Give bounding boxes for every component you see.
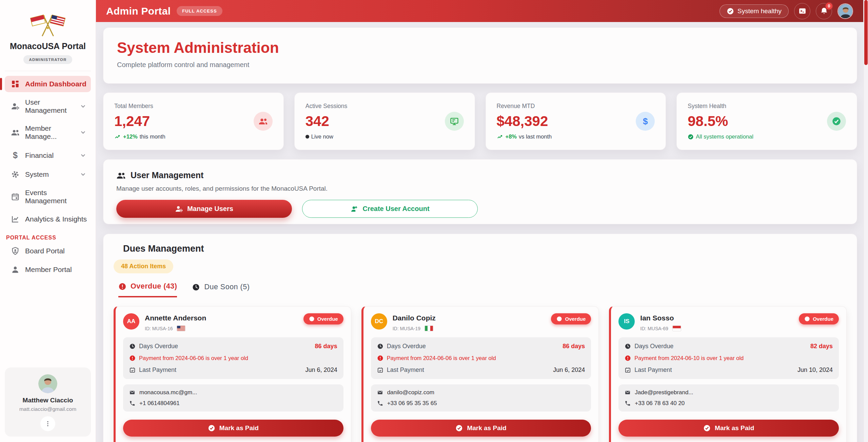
- sidebar-item-financial[interactable]: $ Financial: [5, 147, 91, 164]
- sidebar-item-events-management[interactable]: Events Management: [5, 185, 91, 209]
- role-badge: ADMINISTRATOR: [23, 55, 72, 64]
- alert-circle-icon: [556, 316, 562, 322]
- system-status-label: System healthy: [737, 7, 782, 15]
- trend-note: vs last month: [519, 133, 552, 140]
- contact-box: monacousa.mc@gm... +1 0614804961: [123, 384, 343, 412]
- member-header: IS Ian Sosso ID: MUSA-69 Overdue: [618, 313, 839, 331]
- member-avatar: AA: [123, 313, 139, 330]
- check-circle-icon: [727, 7, 734, 15]
- member-avatar: IS: [618, 313, 635, 330]
- chevron-down-icon: [79, 152, 87, 159]
- topbar-actions: System healthy 0: [719, 3, 853, 19]
- admin-portal-app: MonacoUSA Portal ADMINISTRATOR Admin Das…: [0, 0, 868, 442]
- button-label: Manage Users: [187, 205, 233, 213]
- vertical-scrollbar[interactable]: [863, 0, 868, 442]
- stat-trend: +12% this month: [114, 133, 165, 140]
- stats-row: Total Members 1,247 +12% this month: [103, 92, 857, 150]
- member-name: Danilo Copiz: [393, 314, 436, 322]
- sidebar-item-label: Analytics & Insights: [25, 215, 87, 223]
- member-id: ID: MUSA-19: [393, 326, 420, 331]
- sidebar-item-label: Events Management: [25, 189, 87, 205]
- mark-as-paid-button[interactable]: Mark as Paid: [123, 420, 343, 437]
- check-circle-icon: [703, 424, 711, 432]
- content-scroll-area[interactable]: System Administration Complete platform …: [96, 22, 868, 442]
- member-email: danilo@copiz.com: [387, 389, 434, 396]
- sidebar-item-label: Financial: [25, 151, 54, 160]
- users-icon: [116, 171, 126, 180]
- user-avatar: [38, 374, 57, 393]
- last-payment-label: Last Payment: [139, 366, 176, 374]
- badge-label: Overdue: [565, 316, 586, 322]
- user-options-button[interactable]: [40, 416, 55, 431]
- dues-tabs: Overdue (43) Due Soon (5): [114, 282, 847, 297]
- manage-users-button[interactable]: Manage Users: [116, 200, 292, 218]
- payment-warning: Payment from 2024-06-10 is over 1 year o…: [634, 355, 744, 361]
- days-overdue-value: 86 days: [563, 343, 585, 350]
- sidebar-menu: Admin Dashboard User Management Member M…: [5, 76, 91, 227]
- member-phone: +33 06 95 35 35 65: [387, 400, 437, 407]
- sidebar-item-admin-dashboard[interactable]: Admin Dashboard: [5, 76, 91, 92]
- alert-circle-icon: [309, 316, 315, 322]
- sidebar-item-member-management[interactable]: Member Manage...: [5, 121, 91, 144]
- stat-trend: +8% vs last month: [497, 133, 552, 140]
- tab-overdue[interactable]: Overdue (43): [118, 282, 177, 297]
- mark-as-paid-button[interactable]: Mark as Paid: [371, 420, 591, 437]
- sidebar-item-label: System: [25, 170, 49, 178]
- notifications-button[interactable]: 0: [816, 3, 832, 19]
- trend-value: +8%: [506, 133, 517, 140]
- check-circle-icon: [688, 134, 694, 140]
- stat-label: System Health: [688, 103, 753, 110]
- sidebar-item-analytics-insights[interactable]: Analytics & Insights: [5, 211, 91, 227]
- member-card: AA Annette Anderson ID: MUSA-16 Ove: [114, 306, 351, 442]
- button-label: Mark as Paid: [219, 424, 259, 432]
- sidebar-item-system[interactable]: System: [5, 166, 91, 183]
- phone-icon: [625, 400, 631, 406]
- contact-box: danilo@copiz.com +33 06 95 35 35 65: [371, 384, 591, 412]
- stat-card-total-members: Total Members 1,247 +12% this month: [103, 92, 284, 150]
- mail-icon: [129, 390, 135, 396]
- profile-avatar[interactable]: [837, 3, 853, 19]
- member-phone: +1 0614804961: [139, 400, 180, 407]
- sidebar-item-board-portal[interactable]: Board Portal: [5, 243, 91, 259]
- dollar-stat-icon: $: [636, 112, 655, 131]
- overdue-status-badge: Overdue: [551, 313, 591, 324]
- tab-due-soon[interactable]: Due Soon (5): [192, 282, 250, 297]
- sidebar-item-user-management[interactable]: User Management: [5, 94, 91, 118]
- mark-as-paid-button[interactable]: Mark as Paid: [618, 420, 839, 437]
- sidebar-item-label: Member Manage...: [25, 124, 73, 141]
- members-stat-icon: [254, 112, 273, 131]
- calendar-icon: [11, 192, 20, 201]
- scrollbar-thumb[interactable]: [864, 0, 868, 65]
- member-id: ID: MUSA-16: [145, 326, 173, 331]
- payment-info-box: Days Overdue 86 days Payment from 2024-0…: [371, 337, 591, 379]
- chevron-down-icon: [79, 103, 87, 110]
- topbar-title: Admin Portal: [106, 5, 171, 17]
- user-management-actions: Manage Users Create User Account: [116, 200, 844, 218]
- italy-flag-icon: [425, 325, 433, 331]
- stat-status: All systems operational: [688, 133, 753, 140]
- system-status-pill[interactable]: System healthy: [719, 4, 789, 18]
- trending-up-icon: [114, 133, 121, 140]
- dollar-icon: $: [11, 150, 20, 160]
- main-area: Admin Portal FULL ACCESS System healthy: [96, 0, 868, 442]
- sidebar-item-member-portal[interactable]: Member Portal: [5, 261, 91, 278]
- analytics-icon: [11, 215, 20, 224]
- sidebar-user-card: Matthew Ciaccio matt.ciaccio@gmail.com: [5, 367, 91, 437]
- stat-label: Active Sessions: [305, 103, 348, 110]
- check-circle-icon: [208, 424, 215, 432]
- stat-card-active-sessions: Active Sessions 342 Live now: [294, 92, 475, 150]
- terminal-button[interactable]: [794, 3, 810, 19]
- alert-circle-icon: [129, 355, 136, 361]
- dues-title: Dues Management: [114, 244, 847, 254]
- tab-label: Due Soon (5): [204, 283, 250, 291]
- trend-value: +12%: [123, 133, 138, 140]
- sidebar-item-label: Admin Dashboard: [25, 80, 86, 88]
- last-payment-label: Last Payment: [387, 366, 424, 374]
- chevron-down-icon: [79, 129, 87, 136]
- create-user-account-button[interactable]: Create User Account: [302, 200, 478, 218]
- member-header: AA Annette Anderson ID: MUSA-16 Ove: [123, 313, 343, 331]
- status-note: All systems operational: [696, 133, 753, 140]
- overdue-status-badge: Overdue: [303, 313, 343, 324]
- mail-icon: [377, 390, 383, 396]
- alert-circle-icon: [804, 316, 810, 322]
